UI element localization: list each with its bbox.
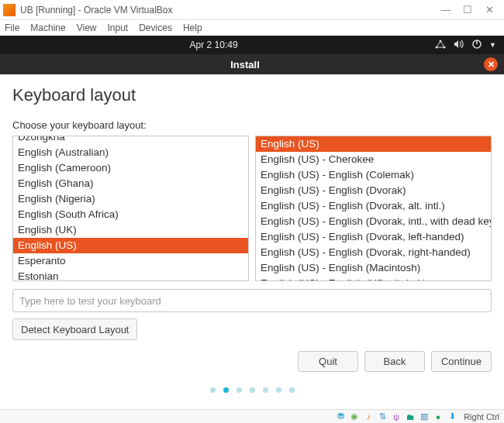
virtualbox-icon <box>3 4 16 16</box>
list-item[interactable]: English (US) - English (Dvorak, intl., w… <box>256 214 491 229</box>
page-title: Keyboard layout <box>12 85 492 105</box>
install-content: Keyboard layout Choose your keyboard lay… <box>0 74 504 399</box>
progress-dots <box>12 387 492 393</box>
ubuntu-topbar: Apr 2 10:49 ▼ <box>0 36 504 54</box>
list-item[interactable]: English (US) - English (Macintosh) <box>256 260 491 276</box>
progress-dot <box>236 387 242 393</box>
list-item[interactable]: English (US) - English (Dvorak) <box>256 183 491 198</box>
usb-icon[interactable]: ψ <box>391 411 402 422</box>
progress-dot <box>250 387 255 393</box>
list-item[interactable]: Dzongkha <box>13 136 248 145</box>
list-item[interactable]: English (Cameroon) <box>13 160 248 176</box>
virtualbox-menubar: File Machine View Input Devices Help <box>0 20 504 36</box>
maximize-button[interactable]: ☐ <box>462 5 473 15</box>
list-item[interactable]: English (US) - English (Dvorak, left-han… <box>256 229 491 245</box>
guest-additions-icon[interactable]: ⬇ <box>447 411 457 422</box>
list-item[interactable]: English (US) - English (US, alt. intl.) <box>256 276 491 281</box>
host-key-indicator: Right Ctrl <box>464 412 499 421</box>
shared-folder-icon[interactable]: 🖿 <box>405 411 416 422</box>
list-item[interactable]: English (US) - English (Dvorak, right-ha… <box>256 245 491 260</box>
recording-icon[interactable]: ● <box>433 411 444 422</box>
list-item[interactable]: English (Nigeria) <box>13 191 248 207</box>
display-icon[interactable]: ▥ <box>419 411 430 422</box>
progress-dot <box>276 387 281 393</box>
list-item[interactable]: English (UK) <box>13 222 248 238</box>
progress-dot <box>263 387 268 393</box>
list-item[interactable]: English (South Africa) <box>13 207 248 222</box>
close-icon[interactable]: ✕ <box>484 57 498 71</box>
list-item[interactable]: English (Australian) <box>13 145 248 160</box>
list-item[interactable]: English (US) - Cherokee <box>256 152 491 167</box>
volume-icon[interactable] <box>454 40 464 51</box>
install-header: Install ✕ <box>0 54 504 74</box>
virtualbox-statusbar: ⛃ ◉ ♪ ⇅ ψ 🖿 ▥ ● ⬇ Right Ctrl <box>0 409 504 423</box>
list-item[interactable]: English (US) <box>13 238 248 253</box>
power-icon[interactable] <box>472 40 482 51</box>
layout-prompt: Choose your keyboard layout: <box>12 119 492 131</box>
progress-dot <box>210 387 216 393</box>
keyboard-test-input[interactable] <box>12 289 492 312</box>
optical-icon[interactable]: ◉ <box>349 411 360 422</box>
menu-devices[interactable]: Devices <box>139 22 172 33</box>
progress-dot <box>289 387 295 393</box>
quit-button[interactable]: Quit <box>298 351 358 372</box>
progress-dot <box>223 387 229 393</box>
list-item[interactable]: English (US) - English (Colemak) <box>256 167 491 183</box>
install-window-title: Install <box>6 59 484 70</box>
virtualbox-titlebar: UB [Running] - Oracle VM VirtualBox — ☐ … <box>0 0 504 20</box>
network-status-icon[interactable]: ⇅ <box>377 411 388 422</box>
network-icon[interactable] <box>435 40 446 51</box>
menu-machine[interactable]: Machine <box>30 22 65 33</box>
list-item[interactable]: Esperanto <box>13 253 248 269</box>
menu-input[interactable]: Input <box>108 22 129 33</box>
topbar-datetime[interactable]: Apr 2 10:49 <box>0 40 427 50</box>
chevron-down-icon[interactable]: ▼ <box>489 41 496 49</box>
close-window-button[interactable]: ✕ <box>484 5 495 15</box>
audio-icon[interactable]: ♪ <box>363 411 374 422</box>
list-item[interactable]: Estonian <box>13 269 248 281</box>
list-item[interactable]: English (US) - English (Dvorak, alt. int… <box>256 198 491 214</box>
list-item[interactable]: English (US) <box>256 136 491 152</box>
variant-list[interactable]: English (US)English (US) - CherokeeEngli… <box>255 136 492 281</box>
menu-help[interactable]: Help <box>183 22 202 33</box>
window-title: UB [Running] - Oracle VM VirtualBox <box>20 5 440 15</box>
detect-keyboard-button[interactable]: Detect Keyboard Layout <box>12 318 137 340</box>
list-item[interactable]: English (Ghana) <box>13 176 248 191</box>
hdd-icon[interactable]: ⛃ <box>335 411 346 422</box>
minimize-button[interactable]: — <box>440 5 451 15</box>
language-list[interactable]: DzongkhaEnglish (Australian)English (Cam… <box>12 136 249 281</box>
continue-button[interactable]: Continue <box>431 351 492 372</box>
menu-file[interactable]: File <box>5 22 19 33</box>
back-button[interactable]: Back <box>364 351 425 372</box>
menu-view[interactable]: View <box>77 22 97 33</box>
